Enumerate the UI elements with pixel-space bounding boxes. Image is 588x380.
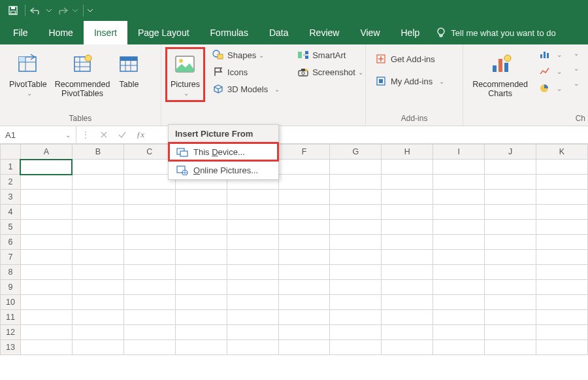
cell[interactable] bbox=[382, 340, 433, 355]
cell[interactable] bbox=[227, 265, 278, 280]
row-header[interactable]: 11 bbox=[1, 310, 21, 325]
cell[interactable] bbox=[382, 175, 433, 190]
cell[interactable] bbox=[227, 190, 278, 205]
qat-customize-dropdown[interactable] bbox=[86, 2, 94, 19]
cell[interactable] bbox=[536, 280, 588, 295]
cell[interactable] bbox=[278, 190, 330, 205]
cell[interactable] bbox=[175, 235, 227, 250]
cell[interactable] bbox=[433, 340, 485, 355]
column-header[interactable]: F bbox=[278, 145, 330, 160]
cell[interactable] bbox=[433, 250, 485, 265]
cell[interactable] bbox=[485, 340, 536, 355]
cell[interactable] bbox=[123, 295, 175, 310]
row-header[interactable]: 1 bbox=[1, 160, 21, 175]
cell[interactable] bbox=[72, 280, 123, 295]
cell[interactable] bbox=[536, 205, 588, 220]
pictures-button[interactable]: Pictures ⌄ bbox=[167, 48, 204, 101]
tab-formulas[interactable]: Formulas bbox=[200, 21, 259, 44]
cell[interactable] bbox=[72, 235, 123, 250]
cell[interactable] bbox=[485, 325, 536, 340]
row-header[interactable]: 2 bbox=[1, 175, 21, 190]
cell[interactable] bbox=[433, 265, 485, 280]
tab-help[interactable]: Help bbox=[391, 21, 431, 44]
column-header[interactable]: A bbox=[20, 145, 72, 160]
cell[interactable] bbox=[485, 220, 536, 235]
cell[interactable] bbox=[123, 280, 175, 295]
row-header[interactable]: 10 bbox=[1, 295, 21, 310]
row-header[interactable]: 13 bbox=[1, 340, 21, 355]
menu-item-this-device[interactable]: This Device... bbox=[169, 143, 278, 161]
cell[interactable] bbox=[536, 250, 588, 265]
cell[interactable] bbox=[20, 265, 72, 280]
cell[interactable] bbox=[72, 160, 123, 175]
cell[interactable] bbox=[227, 280, 278, 295]
cell[interactable] bbox=[227, 340, 278, 355]
cell[interactable] bbox=[227, 235, 278, 250]
cell[interactable] bbox=[485, 265, 536, 280]
cell[interactable] bbox=[72, 205, 123, 220]
cell[interactable] bbox=[330, 310, 382, 325]
cell[interactable] bbox=[536, 175, 588, 190]
cell[interactable] bbox=[330, 280, 382, 295]
cell[interactable] bbox=[227, 295, 278, 310]
chart-area-button[interactable]: ⌄ bbox=[567, 63, 583, 73]
cell[interactable] bbox=[20, 340, 72, 355]
redo-button[interactable] bbox=[54, 2, 70, 19]
cell[interactable] bbox=[20, 205, 72, 220]
cell[interactable] bbox=[536, 295, 588, 310]
chart-bar-button[interactable]: ⌄ bbox=[534, 48, 566, 60]
undo-button[interactable] bbox=[28, 2, 44, 19]
column-header[interactable]: I bbox=[433, 145, 485, 160]
row-header[interactable]: 5 bbox=[1, 220, 21, 235]
cell[interactable] bbox=[227, 310, 278, 325]
tell-me-search[interactable]: Tell me what you want to do bbox=[430, 21, 555, 44]
cell[interactable] bbox=[175, 205, 227, 220]
cell[interactable] bbox=[536, 190, 588, 205]
cell[interactable] bbox=[20, 280, 72, 295]
row-header[interactable]: 12 bbox=[1, 325, 21, 340]
get-addins-button[interactable]: Get Add-ins bbox=[371, 52, 448, 65]
cell[interactable] bbox=[536, 235, 588, 250]
cell[interactable] bbox=[433, 235, 485, 250]
cell[interactable] bbox=[433, 310, 485, 325]
cell[interactable] bbox=[123, 265, 175, 280]
cell[interactable] bbox=[382, 280, 433, 295]
cell[interactable] bbox=[175, 325, 227, 340]
tab-review[interactable]: Review bbox=[299, 21, 350, 44]
3d-models-button[interactable]: 3D Models⌄ bbox=[208, 82, 284, 95]
cell[interactable] bbox=[536, 310, 588, 325]
column-header[interactable]: B bbox=[72, 145, 123, 160]
row-header[interactable]: 9 bbox=[1, 280, 21, 295]
formula-dots[interactable]: ⋮ bbox=[76, 126, 95, 143]
cell[interactable] bbox=[330, 295, 382, 310]
cell[interactable] bbox=[382, 310, 433, 325]
cell[interactable] bbox=[485, 295, 536, 310]
cell[interactable] bbox=[123, 220, 175, 235]
cell[interactable] bbox=[433, 190, 485, 205]
cell[interactable] bbox=[175, 220, 227, 235]
cell[interactable] bbox=[72, 190, 123, 205]
cell[interactable] bbox=[433, 220, 485, 235]
cell[interactable] bbox=[330, 340, 382, 355]
redo-dropdown[interactable] bbox=[71, 2, 79, 19]
cell[interactable] bbox=[72, 175, 123, 190]
cell[interactable] bbox=[123, 190, 175, 205]
cell[interactable] bbox=[278, 340, 330, 355]
cell[interactable] bbox=[123, 205, 175, 220]
cell[interactable] bbox=[278, 205, 330, 220]
tab-page-layout[interactable]: Page Layout bbox=[127, 21, 200, 44]
column-header[interactable]: G bbox=[330, 145, 382, 160]
cell[interactable] bbox=[330, 220, 382, 235]
cell[interactable] bbox=[382, 205, 433, 220]
cell[interactable] bbox=[175, 295, 227, 310]
chart-line-button[interactable]: ⌄ bbox=[534, 65, 566, 77]
cell[interactable] bbox=[536, 325, 588, 340]
column-header[interactable]: J bbox=[485, 145, 536, 160]
cell[interactable] bbox=[382, 235, 433, 250]
cell[interactable] bbox=[382, 265, 433, 280]
cell[interactable] bbox=[123, 235, 175, 250]
cell[interactable] bbox=[330, 160, 382, 175]
cell[interactable] bbox=[330, 205, 382, 220]
screenshot-button[interactable]: Screenshot⌄ bbox=[293, 65, 367, 78]
cell[interactable] bbox=[123, 340, 175, 355]
